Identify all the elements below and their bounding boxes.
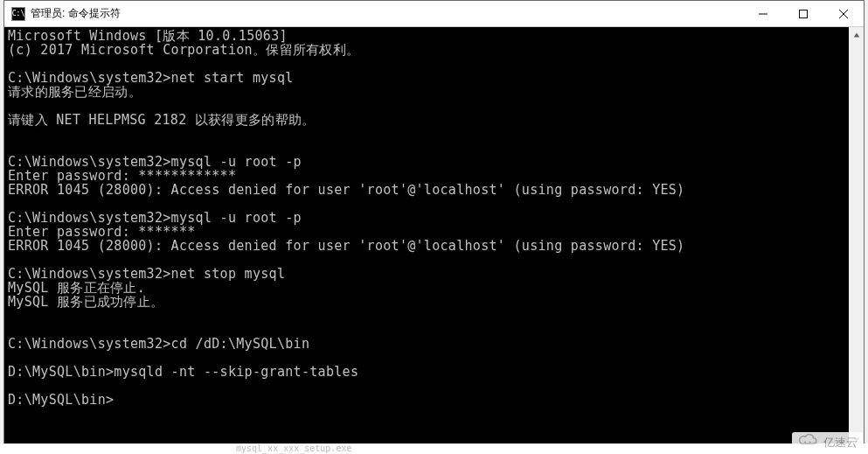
app-icon: C:\ bbox=[11, 7, 25, 21]
background-file-row: mysql_xx_xxx_setup.exe bbox=[0, 444, 868, 454]
maximize-button[interactable] bbox=[783, 1, 823, 27]
minimize-button[interactable] bbox=[743, 1, 783, 27]
cmd-window: C:\ 管理员: 命令提示符 Microsoft Windows [版本 10.… bbox=[3, 0, 865, 448]
svg-marker-4 bbox=[853, 32, 858, 37]
titlebar[interactable]: C:\ 管理员: 命令提示符 bbox=[4, 1, 864, 27]
scroll-up-button[interactable] bbox=[849, 27, 864, 42]
svg-point-6 bbox=[804, 441, 806, 443]
vertical-scrollbar[interactable] bbox=[849, 27, 864, 447]
watermark-text: 亿速云 bbox=[823, 435, 858, 451]
watermark: 亿速云 bbox=[792, 432, 863, 452]
background-filename: mysql_xx_xxx_setup.exe bbox=[236, 444, 351, 453]
terminal-output[interactable]: Microsoft Windows [版本 10.0.15063] (c) 20… bbox=[4, 27, 864, 447]
scroll-track[interactable] bbox=[849, 42, 864, 432]
cloud-icon bbox=[797, 434, 820, 451]
close-button[interactable] bbox=[823, 1, 864, 27]
svg-point-7 bbox=[809, 441, 810, 443]
svg-rect-1 bbox=[800, 10, 808, 17]
window-title: 管理员: 命令提示符 bbox=[31, 6, 121, 21]
